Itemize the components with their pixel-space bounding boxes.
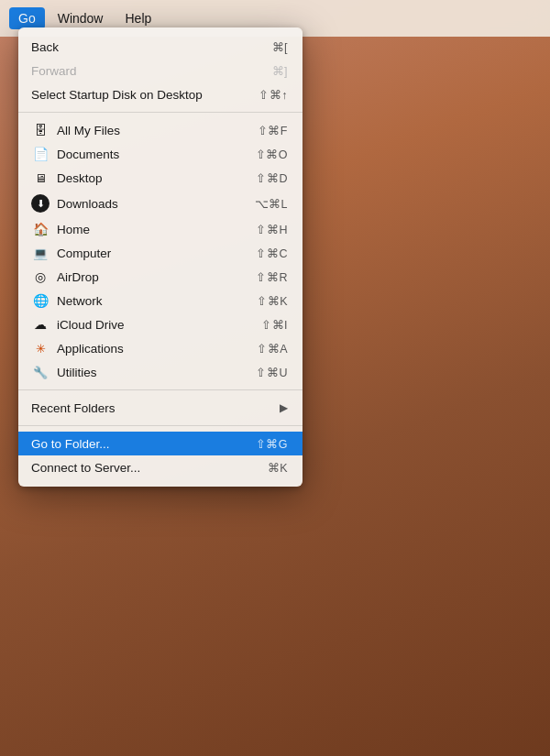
downloads-icon: ⬇: [31, 194, 50, 213]
section-recent: Recent Folders ▶: [18, 393, 302, 422]
airdrop-shortcut: ⇧⌘R: [256, 270, 288, 284]
recent-folders-arrow: ▶: [280, 401, 288, 414]
applications-icon: ✳: [31, 342, 50, 356]
go-menu-dropdown: Back ⌘[ Forward ⌘] Select Startup Disk o…: [18, 27, 302, 487]
documents-label: Documents: [57, 148, 119, 161]
home-label: Home: [57, 223, 90, 236]
all-my-files-label: All My Files: [57, 124, 120, 137]
documents-icon: 📄: [31, 147, 50, 161]
startup-disk-label: Select Startup Disk on Desktop: [31, 88, 203, 102]
menu-item-documents[interactable]: 📄 Documents ⇧⌘O: [18, 142, 302, 166]
desktop-label: Desktop: [57, 171, 103, 185]
menu-item-startup-disk[interactable]: Select Startup Disk on Desktop ⇧⌘↑: [18, 82, 302, 106]
recent-folders-label: Recent Folders: [31, 401, 116, 415]
icloud-drive-label: iCloud Drive: [57, 318, 125, 332]
downloads-shortcut: ⌥⌘L: [255, 197, 288, 211]
menu-item-desktop[interactable]: 🖥 Desktop ⇧⌘D: [18, 166, 302, 190]
menu-item-back[interactable]: Back ⌘[: [18, 35, 302, 59]
back-shortcut: ⌘[: [272, 40, 288, 54]
airdrop-label: AirDrop: [57, 270, 99, 284]
airdrop-icon: ◎: [31, 269, 50, 284]
menu-item-all-my-files[interactable]: 🗄 All My Files ⇧⌘F: [18, 118, 302, 142]
menu-item-icloud-drive[interactable]: ☁ iCloud Drive ⇧⌘I: [18, 312, 302, 336]
startup-disk-shortcut: ⇧⌘↑: [258, 88, 288, 102]
network-icon: 🌐: [31, 293, 50, 308]
separator-3: [18, 425, 302, 426]
menu-item-go-to-folder[interactable]: Go to Folder... ⇧⌘G: [18, 432, 302, 455]
desktop-icon: 🖥: [31, 171, 50, 185]
menu-item-airdrop[interactable]: ◎ AirDrop ⇧⌘R: [18, 265, 302, 289]
documents-shortcut: ⇧⌘O: [256, 148, 288, 161]
section-locations: 🗄 All My Files ⇧⌘F 📄 Documents ⇧⌘O 🖥 Des…: [18, 115, 302, 387]
utilities-shortcut: ⇧⌘U: [256, 366, 288, 379]
downloads-label: Downloads: [57, 197, 118, 211]
all-my-files-shortcut: ⇧⌘F: [258, 124, 288, 137]
menu-item-downloads[interactable]: ⬇ Downloads ⌥⌘L: [18, 190, 302, 217]
menu-item-utilities[interactable]: 🔧 Utilities ⇧⌘U: [18, 360, 302, 384]
computer-icon: 💻: [31, 247, 50, 260]
connect-to-server-shortcut: ⌘K: [268, 461, 288, 475]
section-actions: Go to Folder... ⇧⌘G Connect to Server...…: [18, 429, 302, 482]
menu-item-forward[interactable]: Forward ⌘]: [18, 59, 302, 82]
forward-shortcut: ⌘]: [272, 64, 288, 78]
menu-item-connect-to-server[interactable]: Connect to Server... ⌘K: [18, 455, 302, 479]
menu-item-home[interactable]: 🏠 Home ⇧⌘H: [18, 217, 302, 241]
menu-item-applications[interactable]: ✳ Applications ⇧⌘A: [18, 336, 302, 360]
go-to-folder-label: Go to Folder...: [31, 437, 110, 451]
computer-label: Computer: [57, 247, 111, 260]
network-shortcut: ⇧⌘K: [257, 294, 288, 308]
all-my-files-icon: 🗄: [31, 123, 50, 137]
separator-2: [18, 389, 302, 390]
menu-go[interactable]: Go: [9, 7, 45, 29]
utilities-icon: 🔧: [31, 366, 50, 379]
menu-window[interactable]: Window: [49, 7, 113, 29]
home-icon: 🏠: [31, 222, 50, 236]
network-label: Network: [57, 294, 103, 308]
menu-help[interactable]: Help: [116, 7, 160, 29]
separator-1: [18, 112, 302, 113]
connect-to-server-label: Connect to Server...: [31, 461, 140, 475]
applications-shortcut: ⇧⌘A: [257, 342, 288, 356]
home-shortcut: ⇧⌘H: [256, 223, 288, 236]
applications-label: Applications: [57, 342, 124, 356]
icloud-drive-icon: ☁: [31, 317, 50, 332]
desktop-shortcut: ⇧⌘D: [256, 171, 288, 185]
icloud-drive-shortcut: ⇧⌘I: [261, 318, 288, 332]
menu-item-recent-folders[interactable]: Recent Folders ▶: [18, 396, 302, 420]
back-label: Back: [31, 40, 59, 54]
menu-item-network[interactable]: 🌐 Network ⇧⌘K: [18, 289, 302, 312]
computer-shortcut: ⇧⌘C: [256, 247, 288, 260]
menu-item-computer[interactable]: 💻 Computer ⇧⌘C: [18, 241, 302, 265]
section-navigation: Back ⌘[ Forward ⌘] Select Startup Disk o…: [18, 32, 302, 109]
forward-label: Forward: [31, 64, 77, 78]
utilities-label: Utilities: [57, 366, 97, 379]
go-to-folder-shortcut: ⇧⌘G: [256, 437, 288, 451]
